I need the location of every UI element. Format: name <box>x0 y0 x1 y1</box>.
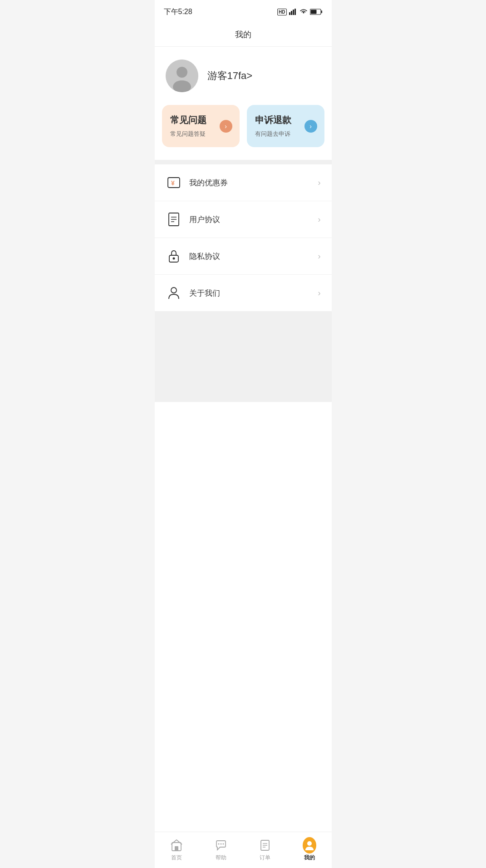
nav-item-mine[interactable]: 我的 <box>287 832 332 868</box>
coupon-label: 我的优惠券 <box>189 178 318 188</box>
agreement-chevron: › <box>318 215 321 224</box>
signal-icon <box>289 9 297 15</box>
svg-rect-5 <box>321 10 322 13</box>
about-label: 关于我们 <box>189 288 318 298</box>
home-icon <box>170 838 183 852</box>
doc-icon <box>166 211 182 228</box>
order-label: 订单 <box>260 854 270 862</box>
svg-text:¥: ¥ <box>171 179 175 187</box>
avatar <box>166 60 198 92</box>
home-label: 首页 <box>171 854 182 862</box>
username: 游客17fa> <box>207 69 253 83</box>
cards-section: 常见问题 常见问题答疑 › 申诉退款 有问题去申诉 › <box>155 105 332 160</box>
gray-fill-area <box>155 311 332 402</box>
about-chevron: › <box>318 288 321 298</box>
svg-rect-1 <box>291 11 292 15</box>
status-icons: HD <box>277 9 322 15</box>
faq-card-arrow: › <box>220 120 232 133</box>
bottom-nav: 首页 帮助 订单 <box>155 832 332 868</box>
svg-rect-0 <box>289 12 290 15</box>
status-bar: 下午5:28 HD <box>155 0 332 22</box>
section-divider <box>155 160 332 164</box>
page-title: 我的 <box>235 30 251 39</box>
coupon-icon: ¥ <box>166 174 182 191</box>
menu-item-privacy[interactable]: 隐私协议 › <box>155 238 332 275</box>
svg-rect-3 <box>295 9 296 15</box>
appeal-card[interactable]: 申诉退款 有问题去申诉 › <box>247 105 324 147</box>
svg-point-23 <box>222 843 224 845</box>
svg-point-18 <box>171 288 177 293</box>
hd-badge: HD <box>277 9 286 15</box>
page-header: 我的 <box>155 22 332 47</box>
appeal-card-arrow: › <box>304 120 317 133</box>
svg-point-22 <box>220 843 221 845</box>
svg-rect-20 <box>175 846 178 851</box>
faq-card[interactable]: 常见问题 常见问题答疑 › <box>162 105 240 147</box>
nav-item-help[interactable]: 帮助 <box>199 832 243 868</box>
menu-item-coupon[interactable]: ¥ 我的优惠券 › <box>155 164 332 201</box>
nav-item-home[interactable]: 首页 <box>155 832 199 868</box>
svg-point-17 <box>172 258 175 260</box>
privacy-chevron: › <box>318 252 321 261</box>
mine-label: 我的 <box>304 854 315 862</box>
privacy-label: 隐私协议 <box>189 251 318 262</box>
help-label: 帮助 <box>216 854 226 862</box>
mine-icon <box>303 838 316 852</box>
lock-icon <box>166 248 182 264</box>
status-time: 下午5:28 <box>164 7 192 17</box>
svg-point-21 <box>218 843 219 845</box>
battery-icon <box>310 9 323 15</box>
menu-item-agreement[interactable]: 用户协议 › <box>155 201 332 238</box>
coupon-chevron: › <box>318 178 321 188</box>
menu-list: ¥ 我的优惠券 › 用户协议 › <box>155 164 332 311</box>
nav-item-order[interactable]: 订单 <box>243 832 288 868</box>
svg-point-8 <box>177 67 187 78</box>
agreement-label: 用户协议 <box>189 214 318 225</box>
menu-item-about[interactable]: 关于我们 › <box>155 275 332 311</box>
svg-rect-2 <box>293 10 294 15</box>
svg-rect-6 <box>310 10 316 14</box>
person-icon <box>166 285 182 301</box>
wifi-icon <box>299 9 308 15</box>
profile-section[interactable]: 游客17fa> <box>155 47 332 105</box>
order-icon <box>258 838 272 852</box>
help-icon <box>214 838 228 852</box>
svg-point-28 <box>307 841 312 846</box>
